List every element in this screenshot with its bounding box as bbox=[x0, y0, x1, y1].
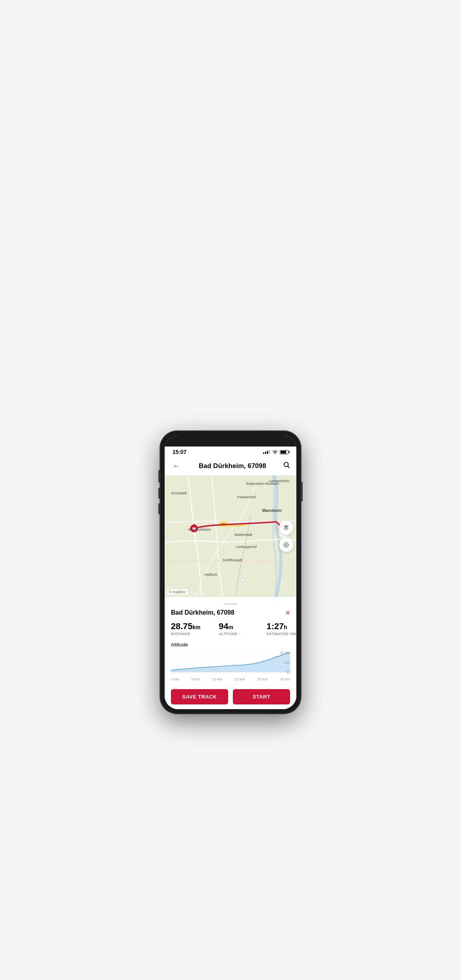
location-button[interactable] bbox=[279, 538, 293, 552]
close-button[interactable]: × bbox=[285, 609, 290, 617]
chart-x-labels: 0 KM 5 KM 10 KM 15 KM 20 KM 25 KM bbox=[171, 677, 290, 681]
stats-row: 28.75km DISTANCE 94m ALTITUDE ↑ bbox=[171, 622, 290, 636]
stat-time-label: ESTIMATED TIME bbox=[267, 632, 296, 636]
nav-title: Bad Dürkheim, 67098 bbox=[187, 462, 278, 470]
status-bar: 15:07 bbox=[165, 446, 296, 457]
mapbox-attribution: © mapbox bbox=[167, 589, 187, 595]
altitude-section: Altitude bbox=[171, 642, 290, 682]
bottom-panel: Bad Dürkheim, 67098 × 28.75km DISTANCE 9… bbox=[165, 597, 296, 709]
status-icons bbox=[263, 450, 289, 454]
back-button[interactable]: ← bbox=[171, 461, 182, 471]
stat-altitude: 94m ALTITUDE ↑ bbox=[219, 622, 254, 636]
notch bbox=[213, 437, 248, 445]
phone-frame: 15:07 bbox=[160, 431, 301, 714]
start-button[interactable]: START bbox=[233, 689, 290, 704]
altitude-chart: M 150 120 90 0 KM 5 KM 10 KM 15 KM 20 KM… bbox=[171, 651, 290, 682]
notch-bar bbox=[165, 436, 296, 446]
volume-up-button bbox=[158, 488, 160, 499]
search-button[interactable] bbox=[283, 461, 290, 470]
map-container[interactable]: 650 ⊙ i bbox=[165, 475, 296, 597]
map-controls bbox=[279, 521, 293, 552]
volume-down-button bbox=[158, 503, 160, 514]
map-svg: 650 ⊙ i bbox=[165, 475, 296, 597]
battery-icon bbox=[280, 450, 289, 454]
phone-screen: 15:07 bbox=[165, 436, 296, 709]
stat-altitude-label: ALTITUDE ↑ bbox=[219, 632, 254, 636]
action-buttons: SAVE TRACK START bbox=[171, 688, 290, 704]
panel-title: Bad Dürkheim, 67098 bbox=[171, 609, 234, 616]
svg-text:i: i bbox=[242, 580, 242, 582]
svg-point-16 bbox=[285, 544, 287, 546]
signal-icon bbox=[263, 450, 270, 454]
svg-line-1 bbox=[288, 466, 289, 468]
save-track-button[interactable]: SAVE TRACK bbox=[171, 689, 228, 704]
stat-time: 1:27h ESTIMATED TIME bbox=[267, 622, 296, 636]
stat-distance-value: 28.75km bbox=[171, 622, 206, 631]
phone-wrapper: 15:07 bbox=[160, 431, 301, 714]
nav-bar: ← Bad Dürkheim, 67098 bbox=[165, 457, 296, 475]
chart-y-labels: M 150 120 90 bbox=[280, 651, 290, 674]
altitude-chart-svg bbox=[171, 651, 290, 674]
panel-header: Bad Dürkheim, 67098 × bbox=[171, 609, 290, 617]
layers-button[interactable] bbox=[279, 521, 293, 535]
stat-distance: 28.75km DISTANCE bbox=[171, 622, 206, 636]
drag-handle[interactable] bbox=[223, 603, 238, 605]
svg-marker-14 bbox=[283, 527, 289, 530]
status-time: 15:07 bbox=[172, 449, 187, 455]
wifi-icon bbox=[272, 450, 278, 454]
stat-time-value: 1:27h bbox=[267, 622, 296, 631]
stat-distance-label: DISTANCE bbox=[171, 632, 206, 636]
stat-altitude-value: 94m bbox=[219, 622, 254, 631]
altitude-chart-label: Altitude bbox=[171, 642, 290, 648]
